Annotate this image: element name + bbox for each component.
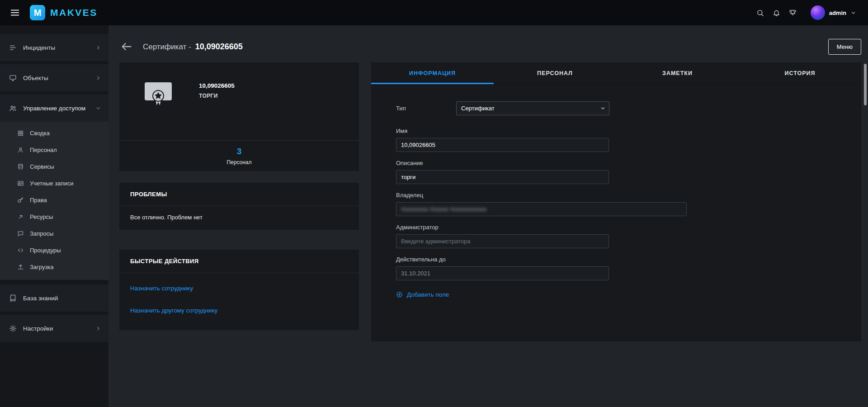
user-name: admin	[829, 9, 846, 16]
sidebar-item-resources[interactable]: Ресурсы	[0, 208, 108, 225]
requests-icon	[17, 230, 24, 237]
sidebar-item-label: Сервисы	[30, 163, 54, 170]
hamburger-menu-icon[interactable]	[10, 8, 20, 18]
left-column: 10,09026605 ТОРГИ 3 Персонал ПРОБЛЕМЫ Вс…	[119, 62, 359, 342]
tab-bar: ИНФОРМАЦИЯПЕРСОНАЛЗАМЕТКИИСТОРИЯ	[371, 62, 861, 84]
quick-action-link-2[interactable]: Назначить другому сотруднику	[130, 307, 348, 314]
sidebar-item-settings[interactable]: Настройки	[0, 315, 108, 342]
notifications-bell-icon[interactable]	[773, 9, 780, 17]
field-administrator: Администратор	[396, 224, 861, 248]
avatar	[811, 5, 825, 20]
sidebar-item-accounts[interactable]: Учетные записи	[0, 175, 108, 192]
tab-notes[interactable]: ЗАМЕТКИ	[616, 62, 739, 84]
sidebar-item-access-management[interactable]: Управление доступом	[0, 95, 108, 122]
sidebar-item-incidents[interactable]: Инциденты	[0, 34, 108, 61]
field-description: Описание	[396, 160, 861, 184]
back-arrow-icon[interactable]	[120, 40, 133, 53]
page-title: Сертификат -10,09026605	[143, 42, 243, 52]
field-label-type: Тип	[396, 105, 456, 112]
field-label-name: Имя	[396, 128, 861, 134]
upload-icon	[17, 264, 24, 270]
sidebar-item-knowledge-base[interactable]: База знаний	[0, 284, 108, 312]
sidebar-item-label: Персонал	[30, 147, 57, 153]
grid-icon	[17, 130, 24, 137]
field-label-administrator: Администратор	[396, 224, 861, 231]
certificate-name: 10,09026605	[199, 82, 235, 89]
certificate-summary-card: 10,09026605 ТОРГИ 3 Персонал	[119, 62, 359, 171]
summary-text: 10,09026605 ТОРГИ	[199, 79, 235, 140]
settings-icon	[9, 325, 17, 332]
sidebar-item-label: Права	[30, 197, 47, 204]
chevron-down-icon	[95, 105, 101, 111]
sidebar-item-requests[interactable]: Запросы	[0, 225, 108, 242]
sidebar-item-services[interactable]: Сервисы	[0, 158, 108, 175]
procedures-icon	[17, 247, 24, 254]
quick-actions-title: БЫСТРЫЕ ДЕЙСТВИЯ	[119, 250, 359, 273]
sidebar-item-label: Настройки	[23, 325, 53, 332]
objects-icon	[9, 74, 17, 82]
scrollbar[interactable]	[864, 64, 867, 105]
add-field-link[interactable]: Добавить поле	[396, 291, 449, 298]
plus-circle-icon	[396, 291, 403, 298]
problems-title: ПРОБЛЕМЫ	[119, 183, 359, 206]
personnel-count-label: Персонал	[226, 159, 251, 166]
administrator-input[interactable]	[396, 234, 609, 248]
resources-icon	[17, 213, 24, 220]
field-type: ТипСертификат	[396, 101, 861, 115]
sidebar-item-summary[interactable]: Сводка	[0, 125, 108, 142]
redacted-value: Xxxxxxxxx Xxxxxx Xxxxxxxxxxxx	[401, 206, 486, 213]
sidebar-item-label: База знаний	[23, 295, 58, 302]
certificate-subtitle: ТОРГИ	[199, 93, 235, 99]
sidebar-item-upload[interactable]: Загрузка	[0, 259, 108, 275]
content-area: 10,09026605 ТОРГИ 3 Персонал ПРОБЛЕМЫ Вс…	[108, 62, 868, 342]
valid-until-input[interactable]	[396, 266, 609, 280]
field-valid-until: Действительна до	[396, 256, 861, 280]
search-icon[interactable]	[756, 9, 764, 17]
tab-personnel[interactable]: ПЕРСОНАЛ	[494, 62, 616, 84]
sidebar-item-procedures[interactable]: Процедуры	[0, 242, 108, 259]
quick-action-link-1[interactable]: Назначить сотруднику	[130, 285, 348, 292]
problems-message: Все отлично. Проблем нет	[119, 206, 359, 230]
sidebar-item-label: Запросы	[30, 230, 53, 237]
tab-information[interactable]: ИНФОРМАЦИЯ	[371, 62, 494, 84]
menu-button[interactable]: Меню	[828, 39, 861, 55]
field-owner: ВладелецXxxxxxxxx Xxxxxx Xxxxxxxxxxxx	[396, 192, 861, 216]
sidebar-item-label: Инциденты	[23, 44, 55, 51]
rights-icon	[17, 197, 24, 204]
name-input[interactable]	[396, 138, 609, 152]
services-icon	[17, 163, 24, 170]
description-input[interactable]	[396, 170, 609, 184]
field-label-description: Описание	[396, 160, 861, 166]
sidebar: ИнцидентыОбъектыУправление доступомСводк…	[0, 25, 108, 407]
chevron-right-icon	[95, 326, 101, 331]
quick-actions-links: Назначить сотрудникуНазначить другому со…	[119, 273, 359, 330]
type-select[interactable]: Сертификат	[456, 101, 609, 115]
field-label-owner: Владелец	[396, 192, 861, 199]
brand-name: MAKVES	[50, 7, 98, 18]
incidents-icon	[9, 44, 17, 52]
user-menu[interactable]: admin	[811, 5, 856, 20]
details-panel: ИНФОРМАЦИЯПЕРСОНАЛЗАМЕТКИИСТОРИЯ ТипСерт…	[371, 62, 861, 341]
chevron-right-icon	[95, 45, 101, 51]
select-wrap-type: Сертификат	[456, 101, 609, 115]
page-header: Сертификат -10,09026605 Меню	[108, 25, 868, 62]
sidebar-item-objects[interactable]: Объекты	[0, 64, 108, 91]
sidebar-item-label: Процедуры	[30, 247, 61, 254]
brand-logo[interactable]: M MAKVES	[30, 5, 98, 20]
sidebar-item-rights[interactable]: Права	[0, 192, 108, 208]
access-icon	[9, 104, 17, 112]
knowledge-icon	[9, 294, 17, 302]
sidebar-submenu: СводкаПерсоналСервисыУчетные записиПрава…	[0, 122, 108, 280]
certificate-form: ТипСертификатИмяОписаниеВладелецXxxxxxxx…	[371, 84, 861, 331]
chevron-down-icon	[850, 10, 856, 16]
field-label-valid-until: Действительна до	[396, 256, 861, 263]
personnel-count: 3	[237, 147, 242, 156]
sidebar-item-label: Объекты	[23, 75, 48, 81]
field-name: Имя	[396, 128, 861, 152]
personnel-count-block[interactable]: 3 Персонал	[119, 140, 359, 171]
owner-input[interactable]: Xxxxxxxxx Xxxxxx Xxxxxxxxxxxx	[396, 202, 687, 216]
alerts-bell-icon[interactable]	[789, 9, 797, 17]
sidebar-item-label: Сводка	[30, 130, 50, 137]
tab-history[interactable]: ИСТОРИЯ	[739, 62, 861, 84]
sidebar-item-personnel[interactable]: Персонал	[0, 142, 108, 158]
